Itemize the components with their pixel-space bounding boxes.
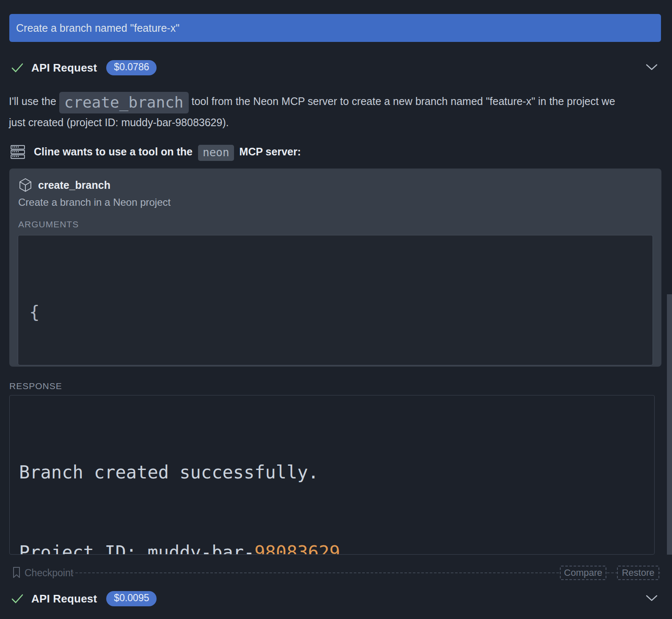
api-request-row-2[interactable]: API Request $0.0095 (9, 591, 660, 607)
checkpoint-row: Checkpoint Compare Restore (9, 565, 661, 581)
checkpoint-label: Checkpoint (25, 567, 73, 579)
assistant-message: I'll use the create_branch tool from the… (9, 91, 633, 133)
arguments-label: ARGUMENTS (9, 208, 661, 229)
restore-button[interactable]: Restore (617, 566, 659, 580)
server-name-chip: neon (198, 145, 234, 161)
tool-name: create_branch (38, 179, 110, 191)
response-output-block: Branch created successfully. Project ID:… (9, 395, 655, 555)
api-request-label: API Request (31, 592, 97, 605)
inline-code-create-branch: create_branch (59, 92, 189, 113)
api-request-label: API Request (31, 61, 97, 75)
tool-description: Create a branch in a Neon project (9, 192, 661, 208)
response-label: RESPONSE (9, 381, 62, 391)
compare-button[interactable]: Compare (560, 566, 606, 580)
package-cube-icon (19, 178, 32, 192)
chevron-down-icon[interactable] (646, 64, 658, 71)
api-request-row-1[interactable]: API Request $0.0786 (9, 60, 660, 76)
cost-badge: $0.0786 (106, 60, 157, 75)
response-line: Project ID: muddy-bar-98083629 (19, 539, 646, 555)
tool-request-text: Cline wants to use a tool on the neon MC… (34, 146, 301, 159)
response-line: Branch created successfully. (19, 459, 646, 486)
tool-card-header: create_branch (9, 169, 661, 192)
bookmark-icon (12, 566, 21, 578)
cost-badge: $0.0095 (106, 591, 157, 606)
tool-request-heading: Cline wants to use a tool on the neon MC… (10, 143, 645, 161)
arguments-code-block: { "projectId": "muddy-bar-98083629", "br… (18, 235, 653, 365)
project-id-number: 98083629 (254, 542, 340, 555)
check-icon (11, 62, 24, 74)
check-icon (11, 593, 24, 605)
message-text-prefix: I'll use the (9, 95, 59, 107)
cline-chat-view: Create a branch named "feature-x" API Re… (0, 0, 672, 619)
task-banner-text: Create a branch named "feature-x" (16, 22, 179, 34)
tool-call-card: create_branch Create a branch in a Neon … (9, 169, 661, 367)
code-line: { (29, 299, 653, 325)
task-banner[interactable]: Create a branch named "feature-x" (9, 14, 661, 42)
mcp-server-icon (10, 144, 25, 160)
vertical-scrollbar-thumb[interactable] (667, 294, 672, 555)
chevron-down-icon[interactable] (646, 595, 658, 602)
